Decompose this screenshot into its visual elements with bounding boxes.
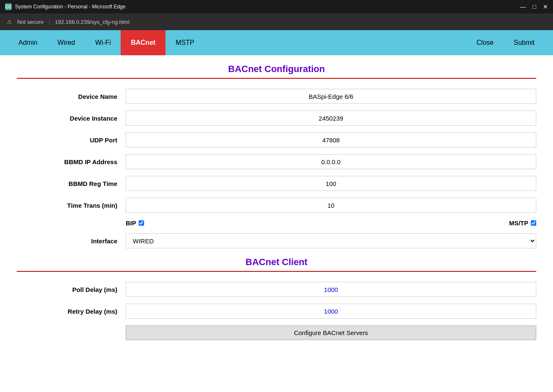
- mstp-checkbox[interactable]: [531, 220, 536, 226]
- close-button[interactable]: ✕: [543, 3, 548, 10]
- device-instance-row: Device Instance: [17, 111, 536, 126]
- retry-delay-input[interactable]: [126, 304, 536, 319]
- bbmd-ip-label: BBMD IP Address: [17, 158, 126, 165]
- udp-port-row: UDP Port: [17, 132, 536, 147]
- retry-delay-row: Retry Delay (ms): [17, 304, 536, 319]
- device-name-row: Device Name: [17, 89, 536, 104]
- configure-btn-row: Configure BACnet Servers: [17, 325, 536, 340]
- udp-port-input[interactable]: [126, 132, 536, 147]
- nav-tabs: Admin Wired Wi-Fi BACnet MSTP Close Subm…: [0, 30, 553, 55]
- addressbar: ⚠ Not secure | 192.168.0.239/sys_cfg-ng.…: [0, 13, 553, 30]
- bip-label: BIP: [126, 219, 136, 227]
- submit-button[interactable]: Submit: [504, 30, 545, 55]
- titlebar-controls[interactable]: — □ ✕: [520, 3, 548, 10]
- checkbox-container: BIP MS/TP: [126, 219, 536, 227]
- mstp-label: MS/TP: [509, 219, 528, 227]
- titlebar: CC System Configuration - Personal - Mic…: [0, 0, 553, 13]
- bacnet-client-title: BACnet Client: [17, 257, 536, 268]
- app-icon: CC: [5, 3, 12, 10]
- bacnet-config-title: BACnet Configuration: [17, 64, 536, 75]
- device-name-input[interactable]: [126, 89, 536, 104]
- bbmd-reg-time-input[interactable]: [126, 176, 536, 191]
- bip-group: BIP: [126, 219, 144, 227]
- titlebar-title: System Configuration - Personal - Micros…: [15, 4, 125, 10]
- poll-delay-input[interactable]: [126, 282, 536, 297]
- checkbox-row: BIP MS/TP: [17, 219, 536, 227]
- configure-bacnet-servers-button[interactable]: Configure BACnet Servers: [126, 325, 536, 340]
- tab-wifi[interactable]: Wi-Fi: [85, 30, 121, 55]
- udp-port-label: UDP Port: [17, 137, 126, 144]
- address-separator: |: [49, 19, 50, 25]
- bbmd-reg-time-row: BBMD Reg Time: [17, 176, 536, 191]
- time-trans-input[interactable]: [126, 198, 536, 213]
- device-instance-input[interactable]: [126, 111, 536, 126]
- interface-label: Interface: [17, 237, 126, 245]
- maximize-button[interactable]: □: [533, 3, 536, 10]
- bbmd-reg-time-label: BBMD Reg Time: [17, 180, 126, 187]
- warning-icon: ⚠: [7, 18, 12, 25]
- bip-checkbox[interactable]: [139, 220, 144, 226]
- bacnet-client-section: BACnet Client Poll Delay (ms) Retry Dela…: [17, 257, 536, 340]
- poll-delay-row: Poll Delay (ms): [17, 282, 536, 297]
- tab-wired[interactable]: Wired: [47, 30, 85, 55]
- client-divider: [17, 271, 536, 272]
- config-divider: [17, 78, 536, 79]
- interface-select[interactable]: WIRED WIFI AUTO: [126, 233, 536, 248]
- interface-row: Interface WIRED WIFI AUTO: [17, 233, 536, 248]
- device-instance-label: Device Instance: [17, 115, 126, 122]
- tab-mstp[interactable]: MSTP: [165, 30, 204, 55]
- bacnet-config-section: BACnet Configuration Device Name Device …: [17, 64, 536, 248]
- tab-admin[interactable]: Admin: [8, 30, 47, 55]
- bbmd-ip-input[interactable]: [126, 154, 536, 169]
- poll-delay-label: Poll Delay (ms): [17, 286, 126, 293]
- time-trans-row: Time Trans (min): [17, 198, 536, 213]
- tab-bacnet[interactable]: BACnet: [121, 30, 165, 55]
- bbmd-ip-row: BBMD IP Address: [17, 154, 536, 169]
- titlebar-left: CC System Configuration - Personal - Mic…: [5, 3, 125, 10]
- close-button[interactable]: Close: [466, 30, 504, 55]
- retry-delay-label: Retry Delay (ms): [17, 308, 126, 315]
- main-content: BACnet Configuration Device Name Device …: [0, 55, 553, 355]
- address-url[interactable]: 192.168.0.239/sys_cfg-ng.html: [55, 19, 129, 25]
- mstp-group: MS/TP: [509, 219, 536, 227]
- not-secure-label: Not secure: [17, 19, 44, 25]
- time-trans-label: Time Trans (min): [17, 202, 126, 209]
- minimize-button[interactable]: —: [520, 3, 526, 10]
- device-name-label: Device Name: [17, 93, 126, 100]
